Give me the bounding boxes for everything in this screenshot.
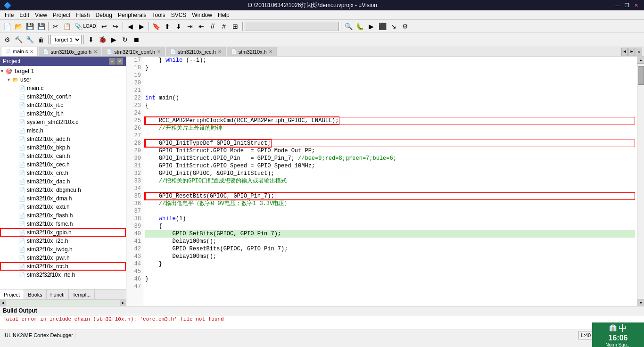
load2-btn[interactable]: ⬇: [86, 34, 96, 45]
tab-stm32f10x-gpio-h[interactable]: 📄stm32f10x_gpio.h✕: [39, 47, 101, 56]
tree-item-stm32f10x_conf_h[interactable]: 📄stm32f10x_conf.h: [0, 92, 126, 101]
nav-fwd-btn[interactable]: ▶: [136, 21, 147, 32]
minimize-button[interactable]: —: [614, 1, 621, 9]
tree-item-stm32f10x_i2c_h[interactable]: 📄stm32f10x_i2c.h: [0, 237, 126, 245]
menu-item-flash[interactable]: Flash: [73, 10, 92, 20]
nav-back-btn[interactable]: ◀: [125, 21, 135, 32]
tab-scroll-left[interactable]: ◄: [621, 48, 628, 56]
redo-btn[interactable]: ↪: [110, 21, 121, 32]
copy-btn[interactable]: 📋: [62, 21, 72, 32]
editor-vscroll[interactable]: ▲ ▼: [637, 57, 644, 306]
find-btn[interactable]: 🔍: [343, 21, 354, 32]
tree-item-stm32f10x_fsmc_h[interactable]: 📄stm32f10x_fsmc.h: [0, 220, 126, 228]
close-button[interactable]: ✕: [633, 1, 640, 9]
run-btn[interactable]: ▶: [366, 21, 376, 32]
tab-close-4[interactable]: ✕: [269, 49, 272, 54]
tree-item-stm32f10x_bkp_h[interactable]: 📄stm32f10x_bkp.h: [0, 143, 126, 152]
tree-item-stm32f10x_it_h[interactable]: 📄stm32f10x_it.h: [0, 109, 126, 118]
tree-item-stm32f10x_it_c[interactable]: 📄stm32f10x_it.c: [0, 101, 126, 109]
tree-item-stm32f10x_gpio_h[interactable]: 📄stm32f10x_gpio.h: [0, 228, 126, 237]
tree-item-stm32f10x_exti_h[interactable]: 📄stm32f10x_exti.h: [0, 203, 126, 211]
tab-stm32f10x-conf-h[interactable]: 📄stm32f10x_conf.h✕: [102, 47, 165, 56]
bottom-tab-functi[interactable]: Functi: [47, 289, 69, 300]
debug-btn[interactable]: 🐛: [355, 21, 365, 32]
menu-item-view[interactable]: View: [32, 10, 50, 20]
tree-item-stm32f10x_iwdg_h[interactable]: 📄stm32f10x_iwdg.h: [0, 245, 126, 254]
tab-main-c[interactable]: 📄main.c✕: [1, 47, 38, 56]
dbg3-btn[interactable]: ▶: [108, 34, 119, 45]
tree-item-stm32f10x_rtc_h[interactable]: 📄stm32f32f10x_rtc.h: [0, 271, 126, 279]
tab-close-editor[interactable]: ✕: [636, 48, 642, 56]
tab-close-0[interactable]: ✕: [30, 49, 33, 54]
proj-settings-btn[interactable]: ⚙: [2, 34, 12, 45]
tab-close-2[interactable]: ✕: [157, 49, 161, 54]
menu-item-file[interactable]: File: [2, 10, 17, 20]
dbg4-btn[interactable]: ↻: [120, 34, 130, 45]
menu-item-tools[interactable]: Tools: [149, 10, 168, 20]
settings-btn[interactable]: ⚙: [400, 21, 410, 32]
tree-item-stm32f10x_cec_h[interactable]: 📄stm32f10x_cec.h: [0, 160, 126, 169]
project-panel-minimize[interactable]: −: [109, 58, 116, 65]
save-btn[interactable]: 💾: [25, 21, 35, 32]
undo-btn[interactable]: ↩: [99, 21, 109, 32]
tree-item-stm32f10x_dbgmcu_h[interactable]: 📄stm32f10x_dbgmcu.h: [0, 186, 126, 194]
code-lines[interactable]: } while (--i);}int main(){ RCC_APB2Perip…: [143, 57, 637, 306]
tree-item-stm32f10x_dac_h[interactable]: 📄stm32f10x_dac.h: [0, 177, 126, 186]
menu-item-help[interactable]: Help: [215, 10, 232, 20]
clean-btn[interactable]: 🗑: [36, 34, 46, 45]
target-select[interactable]: Target 1: [50, 35, 82, 44]
new-file-btn[interactable]: 📄: [2, 21, 12, 32]
menu-item-edit[interactable]: Edit: [17, 10, 32, 20]
tree-label-stm32f10x_crc_h: stm32f10x_crc.h: [27, 170, 68, 176]
dbg2-btn[interactable]: 🐞: [97, 34, 107, 45]
line-num-46: 46: [128, 275, 141, 283]
cut-btn[interactable]: ✂: [50, 21, 61, 32]
search-bar[interactable]: [245, 22, 339, 31]
maximize-button[interactable]: ❐: [623, 1, 631, 9]
expand-all-btn[interactable]: ⊞: [230, 21, 240, 32]
tree-item-target1[interactable]: ▼🎯Target 1: [0, 67, 126, 75]
menu-item-window[interactable]: Window: [189, 10, 215, 20]
bottom-tab-project[interactable]: Project: [0, 289, 24, 300]
uncomment-btn[interactable]: #: [219, 21, 229, 32]
tree-item-stm32f10x_dma_h[interactable]: 📄stm32f10x_dma.h: [0, 194, 126, 203]
open-btn[interactable]: 📂: [13, 21, 24, 32]
save-all-btn[interactable]: 💾: [36, 21, 46, 32]
paste-btn[interactable]: 📎: [73, 21, 83, 32]
stop-btn[interactable]: ⬛: [377, 21, 388, 32]
tree-item-user[interactable]: ▼📂user: [0, 75, 126, 84]
tab-stm32f10x-h[interactable]: 📄stm32f10x.h✕: [227, 47, 277, 56]
tree-item-stm32f10x_adc_h[interactable]: 📄stm32f10x_adc.h: [0, 135, 126, 143]
tree-item-system_stm32f10x_c[interactable]: 📄system_stm32f10x.c: [0, 118, 126, 126]
menu-item-project[interactable]: Project: [50, 10, 73, 20]
bottom-tab-books[interactable]: Books: [24, 289, 47, 300]
tab-stm32f10x-rcc-h[interactable]: 📄stm32f10x_rcc.h✕: [166, 47, 226, 56]
tree-item-main_c[interactable]: 📄main.c: [0, 84, 126, 92]
bookmark-btn[interactable]: 🔖: [151, 21, 161, 32]
step-btn[interactable]: ↘: [388, 21, 399, 32]
load-btn[interactable]: LOAD: [84, 21, 95, 32]
menu-item-debug[interactable]: Debug: [93, 10, 115, 20]
tree-item-misc_h[interactable]: 📄misc.h: [0, 126, 126, 135]
menu-item-peripherals[interactable]: Peripherals: [115, 10, 149, 20]
tree-item-stm32f10x_pwr_h[interactable]: 📄stm32f10x_pwr.h: [0, 254, 126, 262]
bookmark-prev-btn[interactable]: ⬆: [162, 21, 173, 32]
tree-item-stm32f10x_rcc_h[interactable]: 📄stm32f10x_rcc.h: [0, 262, 126, 271]
code-editor[interactable]: 1718192021222324252627282930313233343536…: [126, 57, 644, 306]
menu-item-svcs[interactable]: SVCS: [168, 10, 190, 20]
comment-btn[interactable]: //: [207, 21, 218, 32]
bottom-tab-templ---[interactable]: Templ...: [69, 289, 95, 300]
build-all-btn[interactable]: 🔧: [25, 34, 35, 45]
tab-close-3[interactable]: ✕: [218, 49, 222, 54]
outdent-btn[interactable]: ⇤: [196, 21, 206, 32]
build-btn[interactable]: 🔨: [13, 34, 24, 45]
dbg5-btn[interactable]: ⏹: [131, 34, 141, 45]
tab-scroll-right[interactable]: ►: [628, 48, 635, 56]
tree-item-stm32f10x_crc_h[interactable]: 📄stm32f10x_crc.h: [0, 169, 126, 177]
tree-item-stm32f10x_flash_h[interactable]: 📄stm32f10x_flash.h: [0, 211, 126, 220]
tree-item-stm32f10x_can_h[interactable]: 📄stm32f10x_can.h: [0, 152, 126, 160]
tab-close-1[interactable]: ✕: [93, 49, 97, 54]
project-panel-close[interactable]: ✕: [116, 58, 123, 65]
bookmark-next-btn[interactable]: ⬇: [173, 21, 184, 32]
indent-btn[interactable]: ⇥: [185, 21, 195, 32]
